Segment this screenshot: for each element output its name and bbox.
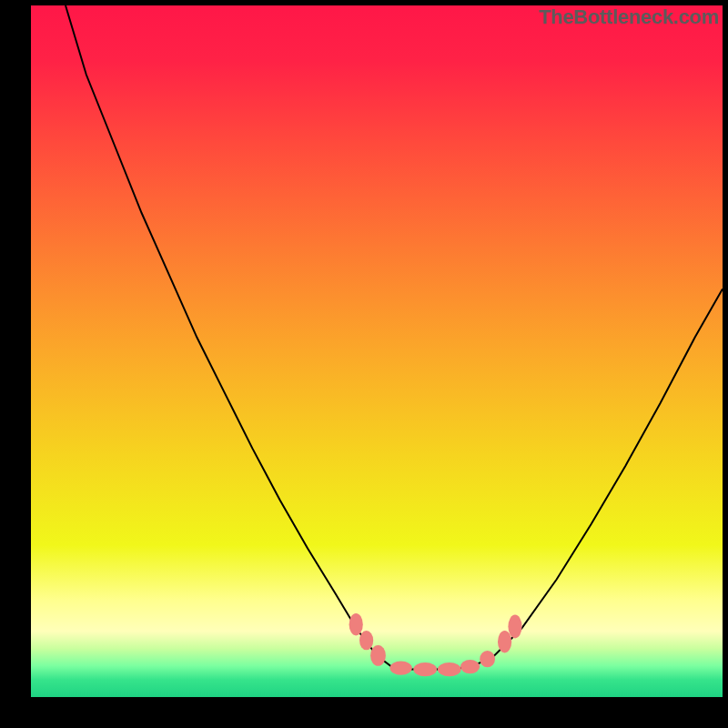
- marker: [508, 615, 521, 639]
- marker: [370, 645, 386, 666]
- outer-frame: TheBottleneck.com: [0, 0, 728, 728]
- plot-area: [31, 5, 723, 697]
- marker: [389, 662, 411, 675]
- marker: [438, 662, 461, 676]
- marker: [359, 631, 373, 650]
- marker-group: [349, 613, 522, 676]
- marker: [349, 613, 363, 635]
- curve-layer: [31, 5, 723, 697]
- marker: [498, 631, 511, 652]
- marker: [413, 662, 437, 676]
- bottleneck-curve: [66, 5, 723, 670]
- marker: [460, 660, 480, 673]
- marker: [480, 651, 495, 667]
